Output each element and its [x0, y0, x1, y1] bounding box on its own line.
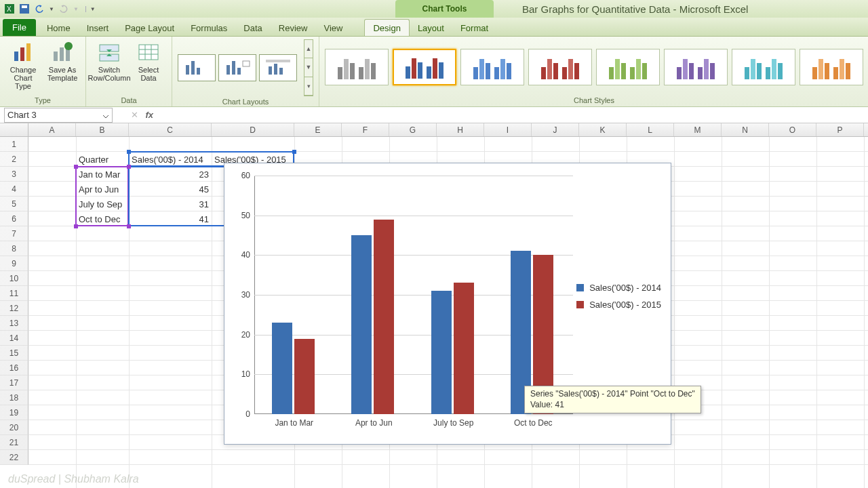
row-header-2[interactable]: 2: [0, 152, 28, 167]
formula-input[interactable]: [160, 108, 868, 123]
bar-0-1[interactable]: [351, 235, 372, 414]
chart-layout-3[interactable]: [259, 54, 297, 81]
tab-review[interactable]: Review: [271, 20, 316, 36]
switch-label: Switch Row/Column: [88, 66, 131, 82]
legend-label: Sales('00$) - 2014: [589, 283, 661, 293]
row-header-3[interactable]: 3: [0, 167, 28, 182]
column-header-L[interactable]: L: [627, 123, 674, 136]
row-header-8[interactable]: 8: [0, 241, 28, 256]
undo-dropdown-icon[interactable]: ▼: [49, 6, 54, 12]
tab-view[interactable]: View: [315, 20, 351, 36]
change-chart-type-button[interactable]: Change Chart Type: [5, 41, 41, 94]
layout-scroll-down-icon[interactable]: ▼: [304, 58, 313, 77]
chart-layout-2[interactable]: [218, 54, 256, 81]
column-header-J[interactable]: J: [532, 123, 579, 136]
chart-style-6[interactable]: [664, 49, 728, 85]
tab-layout[interactable]: Layout: [410, 20, 452, 36]
qat-customize-icon[interactable]: ▼: [85, 6, 96, 12]
column-header-K[interactable]: K: [579, 123, 627, 136]
bar-1-2[interactable]: [454, 283, 474, 414]
chart-style-5[interactable]: [596, 49, 660, 85]
row-header-11[interactable]: 11: [0, 286, 28, 301]
switch-row-column-button[interactable]: Switch Row/Column: [92, 41, 127, 94]
bar-1-1[interactable]: [374, 220, 394, 414]
tab-page-layout[interactable]: Page Layout: [117, 20, 182, 36]
tab-insert[interactable]: Insert: [79, 20, 117, 36]
column-header-I[interactable]: I: [484, 123, 532, 136]
svg-rect-23: [237, 68, 241, 75]
name-box[interactable]: Chart 3: [4, 108, 113, 123]
tab-format[interactable]: Format: [452, 20, 496, 36]
column-header-E[interactable]: E: [294, 123, 342, 136]
chart-style-1[interactable]: [325, 49, 389, 85]
chart-layout-1[interactable]: [178, 54, 216, 81]
select-data-button[interactable]: Select Data: [131, 41, 166, 94]
layout-expand-icon[interactable]: ▾: [304, 77, 313, 96]
row-header-12[interactable]: 12: [0, 301, 28, 316]
row-header-10[interactable]: 10: [0, 271, 28, 286]
row-header-6[interactable]: 6: [0, 211, 28, 226]
tab-file[interactable]: File: [3, 19, 36, 36]
fx-icon[interactable]: fx: [145, 110, 153, 120]
row-header-18[interactable]: 18: [0, 390, 28, 405]
bar-0-0[interactable]: [272, 323, 292, 414]
svg-rect-28: [279, 68, 283, 75]
svg-rect-4: [14, 52, 18, 61]
name-box-dropdown-icon[interactable]: [102, 112, 109, 119]
column-header-D[interactable]: D: [212, 123, 294, 136]
row-header-19[interactable]: 19: [0, 405, 28, 420]
tab-data[interactable]: Data: [235, 20, 270, 36]
row-header-13[interactable]: 13: [0, 316, 28, 331]
row-header-1[interactable]: 1: [0, 137, 28, 152]
column-header-B[interactable]: B: [76, 123, 129, 136]
document-title: Bar Graphs for Quantitative Data - Micro…: [522, 3, 748, 15]
y-tick-label: 60: [233, 171, 250, 180]
column-header-F[interactable]: F: [342, 123, 389, 136]
row-header-7[interactable]: 7: [0, 226, 28, 241]
row-header-21[interactable]: 21: [0, 435, 28, 450]
watermark: duSpread | Shubham Kalra: [8, 473, 139, 485]
row-header-20[interactable]: 20: [0, 420, 28, 435]
row-header-16[interactable]: 16: [0, 361, 28, 375]
row-header-9[interactable]: 9: [0, 256, 28, 271]
tab-home[interactable]: Home: [39, 20, 79, 36]
column-header-O[interactable]: O: [769, 123, 816, 136]
column-header-A[interactable]: A: [28, 123, 76, 136]
tab-formulas[interactable]: Formulas: [182, 20, 235, 36]
save-as-template-button[interactable]: Save As Template: [45, 41, 80, 94]
select-all-corner[interactable]: [0, 123, 28, 137]
chart-plot-area[interactable]: 0102030405060Jan to MarApr to JunJuly to…: [254, 176, 573, 414]
chart-style-8[interactable]: [800, 49, 863, 85]
chart-style-4[interactable]: [528, 49, 592, 85]
row-header-17[interactable]: 17: [0, 375, 28, 390]
row-header-22[interactable]: 22: [0, 450, 28, 465]
row-header-15[interactable]: 15: [0, 346, 28, 361]
undo-icon[interactable]: [34, 3, 45, 14]
tab-design[interactable]: Design: [364, 19, 409, 36]
cell-B2[interactable]: Quarter: [76, 152, 129, 167]
svg-rect-20: [197, 68, 200, 75]
chart-legend[interactable]: Sales('00$) - 2014Sales('00$) - 2015: [576, 283, 661, 317]
legend-entry[interactable]: Sales('00$) - 2015: [576, 300, 661, 310]
layout-scroll-up-icon[interactable]: ▲: [304, 40, 313, 58]
column-header-H[interactable]: H: [437, 123, 484, 136]
column-header-P[interactable]: P: [816, 123, 864, 136]
chart-style-7[interactable]: [732, 49, 795, 85]
row-header-5[interactable]: 5: [0, 197, 28, 211]
column-header-N[interactable]: N: [722, 123, 769, 136]
row-header-14[interactable]: 14: [0, 331, 28, 346]
redo-icon[interactable]: [58, 3, 69, 14]
save-icon[interactable]: [19, 3, 30, 14]
column-header-M[interactable]: M: [674, 123, 722, 136]
chart-style-3[interactable]: [460, 49, 524, 85]
bar-1-0[interactable]: [294, 339, 315, 414]
legend-entry[interactable]: Sales('00$) - 2014: [576, 283, 661, 293]
chart-style-2[interactable]: [393, 49, 456, 85]
embedded-chart[interactable]: 0102030405060Jan to MarApr to JunJuly to…: [224, 163, 671, 445]
column-header-G[interactable]: G: [389, 123, 437, 136]
bar-0-2[interactable]: [431, 291, 452, 414]
cancel-formula-icon[interactable]: ✕: [131, 110, 138, 120]
column-header-C[interactable]: C: [129, 123, 212, 136]
chart-tooltip: Series "Sales('00$) - 2014" Point "Oct t…: [524, 386, 701, 413]
row-header-4[interactable]: 4: [0, 182, 28, 197]
